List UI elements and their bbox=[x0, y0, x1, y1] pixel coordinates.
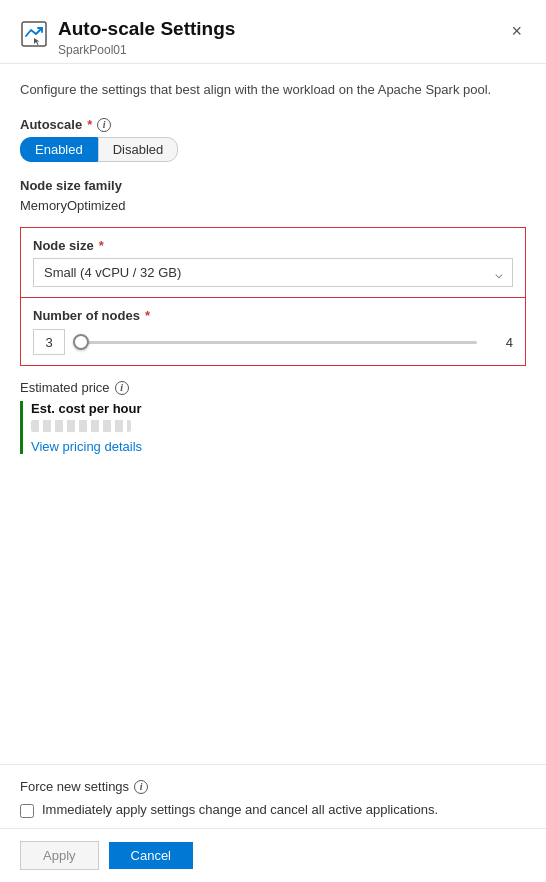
footer: Apply Cancel bbox=[0, 828, 546, 882]
title-block: Auto-scale Settings SparkPool01 bbox=[58, 18, 235, 57]
price-content: Est. cost per hour View pricing details bbox=[31, 401, 526, 454]
apply-button[interactable]: Apply bbox=[20, 841, 99, 870]
number-of-nodes-section: Number of nodes * 3 4 bbox=[20, 297, 526, 366]
svg-marker-1 bbox=[34, 38, 40, 45]
node-size-family-value: MemoryOptimized bbox=[20, 198, 526, 213]
node-size-label: Node size * bbox=[33, 238, 513, 253]
checkbox-row: Immediately apply settings change and ca… bbox=[20, 802, 526, 818]
slider-max-value: 4 bbox=[485, 335, 513, 350]
estimated-price-label: Estimated price i bbox=[20, 380, 526, 395]
price-value-placeholder bbox=[31, 420, 131, 432]
description-text: Configure the settings that best align w… bbox=[20, 80, 526, 100]
autoscale-required: * bbox=[87, 117, 92, 132]
nodes-required: * bbox=[145, 308, 150, 323]
node-size-required: * bbox=[99, 238, 104, 253]
force-settings-checkbox[interactable] bbox=[20, 804, 34, 818]
price-title: Est. cost per hour bbox=[31, 401, 526, 416]
close-button[interactable]: × bbox=[507, 20, 526, 42]
node-size-section: Node size * Small (4 vCPU / 32 GB) Mediu… bbox=[20, 227, 526, 298]
node-size-select[interactable]: Small (4 vCPU / 32 GB) Medium (8 vCPU / … bbox=[33, 258, 513, 287]
price-box: Est. cost per hour View pricing details bbox=[20, 401, 526, 454]
header-left: Auto-scale Settings SparkPool01 bbox=[20, 18, 235, 57]
auto-scale-panel: Auto-scale Settings SparkPool01 × Config… bbox=[0, 0, 546, 882]
estimated-price-section: Estimated price i Est. cost per hour Vie… bbox=[20, 380, 526, 454]
number-of-nodes-label: Number of nodes * bbox=[33, 308, 513, 323]
toggle-disabled-button[interactable]: Disabled bbox=[98, 137, 179, 162]
slider-track bbox=[73, 333, 477, 351]
content-area: Configure the settings that best align w… bbox=[0, 64, 546, 614]
force-settings-label: Force new settings bbox=[20, 779, 129, 794]
slider-row: 3 4 bbox=[33, 329, 513, 355]
autoscale-toggle-group: Enabled Disabled bbox=[20, 137, 526, 162]
node-size-family-field: Node size family MemoryOptimized bbox=[20, 178, 526, 213]
panel-header: Auto-scale Settings SparkPool01 × bbox=[0, 0, 546, 64]
green-bar-accent bbox=[20, 401, 23, 454]
toggle-enabled-button[interactable]: Enabled bbox=[20, 137, 98, 162]
cancel-button[interactable]: Cancel bbox=[109, 842, 193, 869]
view-pricing-link[interactable]: View pricing details bbox=[31, 439, 142, 454]
autoscale-label: Autoscale * i bbox=[20, 117, 526, 132]
node-size-family-label: Node size family bbox=[20, 178, 526, 193]
force-settings-section: Force new settings i Immediately apply s… bbox=[0, 764, 546, 828]
autoscale-field: Autoscale * i Enabled Disabled bbox=[20, 117, 526, 162]
node-size-select-wrapper: Small (4 vCPU / 32 GB) Medium (8 vCPU / … bbox=[33, 258, 513, 287]
autoscale-info-icon[interactable]: i bbox=[97, 118, 111, 132]
price-info-icon[interactable]: i bbox=[115, 381, 129, 395]
nodes-slider[interactable] bbox=[73, 341, 477, 344]
panel-title: Auto-scale Settings bbox=[58, 18, 235, 41]
force-settings-checkbox-label: Immediately apply settings change and ca… bbox=[42, 802, 438, 817]
force-info-icon[interactable]: i bbox=[134, 780, 148, 794]
panel-subtitle: SparkPool01 bbox=[58, 43, 235, 57]
slider-min-value: 3 bbox=[33, 329, 65, 355]
force-label-row: Force new settings i bbox=[20, 779, 526, 794]
auto-scale-icon bbox=[20, 20, 48, 48]
